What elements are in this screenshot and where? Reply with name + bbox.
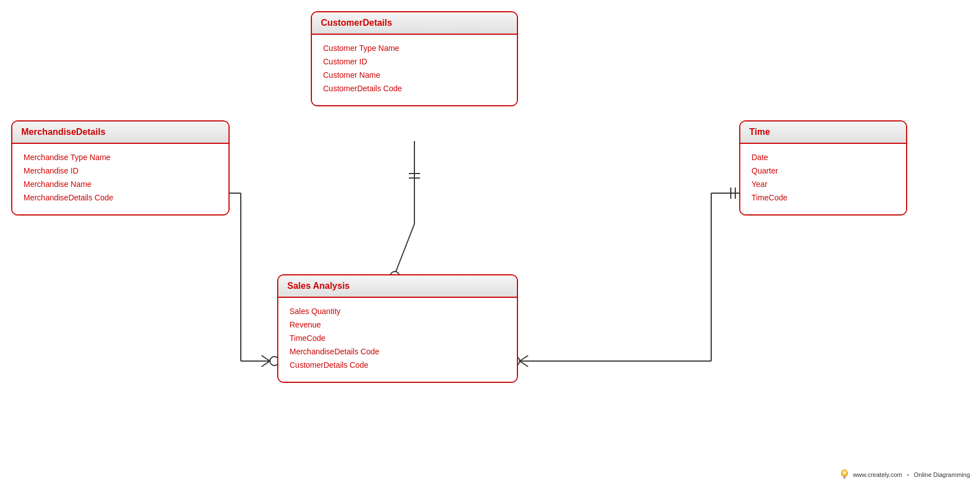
lamp-icon <box>839 468 850 480</box>
field-year: Year <box>752 177 895 191</box>
svg-line-16 <box>262 361 270 367</box>
diagram-container: CustomerDetails Customer Type Name Custo… <box>0 0 980 487</box>
field-date: Date <box>752 151 895 164</box>
field-sales-quantity: Sales Quantity <box>290 305 506 318</box>
field-sa-timecode: TimeCode <box>290 331 506 345</box>
merchandise-details-entity: MerchandiseDetails Merchandise Type Name… <box>11 120 230 216</box>
field-merchandisedetails-code: MerchandiseDetails Code <box>24 191 217 204</box>
field-merchandise-type-name: Merchandise Type Name <box>24 151 217 164</box>
field-sa-merchandisedetails-code: MerchandiseDetails Code <box>290 345 506 358</box>
time-entity: Time Date Quarter Year TimeCode <box>739 120 907 216</box>
svg-point-28 <box>843 472 846 475</box>
svg-line-23 <box>520 355 528 361</box>
customer-details-body: Customer Type Name Customer ID Customer … <box>312 35 517 105</box>
watermark-text: www.creately.com • Online Diagramming <box>853 469 970 479</box>
field-customer-name: Customer Name <box>323 68 506 82</box>
svg-line-14 <box>262 355 270 361</box>
watermark: www.creately.com • Online Diagramming <box>839 468 970 480</box>
sales-analysis-title: Sales Analysis <box>278 275 517 298</box>
field-sa-customerdetails-code: CustomerDetails Code <box>290 358 506 372</box>
watermark-url: www.creately.com <box>853 471 902 478</box>
field-customer-type-name: Customer Type Name <box>323 41 506 55</box>
watermark-tagline: Online Diagramming <box>914 471 970 478</box>
merchandise-details-title: MerchandiseDetails <box>12 121 228 144</box>
field-merchandise-id: Merchandise ID <box>24 164 217 177</box>
customer-details-title: CustomerDetails <box>312 12 517 35</box>
field-customerdetails-code: CustomerDetails Code <box>323 82 506 95</box>
merchandise-details-body: Merchandise Type Name Merchandise ID Mer… <box>12 144 228 214</box>
customer-details-entity: CustomerDetails Customer Type Name Custo… <box>311 11 518 106</box>
field-quarter: Quarter <box>752 164 895 177</box>
svg-line-1 <box>395 224 414 274</box>
time-title: Time <box>740 121 906 144</box>
field-merchandise-name: Merchandise Name <box>24 177 217 191</box>
time-body: Date Quarter Year TimeCode <box>740 144 906 214</box>
svg-rect-27 <box>844 477 846 479</box>
field-timecode: TimeCode <box>752 191 895 204</box>
sales-analysis-entity: Sales Analysis Sales Quantity Revenue Ti… <box>277 274 518 383</box>
svg-line-25 <box>520 361 528 367</box>
field-customer-id: Customer ID <box>323 55 506 68</box>
field-revenue: Revenue <box>290 318 506 331</box>
sales-analysis-body: Sales Quantity Revenue TimeCode Merchand… <box>278 298 517 382</box>
watermark-separator: • <box>907 471 909 478</box>
